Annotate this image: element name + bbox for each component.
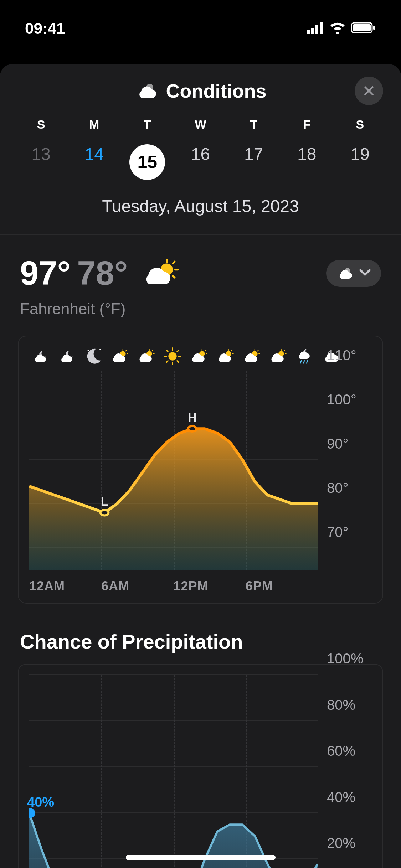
unit-label: Fahrenheit (°F): [0, 300, 401, 329]
status-time: 09:41: [25, 20, 65, 37]
day-16[interactable]: W16: [177, 118, 223, 180]
summary-weather-icon: [140, 254, 179, 293]
y-tick: 90°: [327, 436, 349, 452]
y-tick: 40%: [327, 789, 355, 805]
day-letter: S: [356, 118, 364, 131]
svg-line-12: [173, 276, 175, 278]
svg-point-53: [188, 426, 196, 432]
svg-line-50: [303, 361, 304, 363]
status-icons: [307, 20, 376, 37]
svg-line-48: [284, 350, 285, 351]
wifi-icon: [329, 20, 346, 37]
signal-icon: [307, 20, 324, 37]
day-letter: S: [37, 118, 45, 131]
svg-line-29: [167, 351, 168, 352]
day-13[interactable]: S13: [18, 118, 64, 180]
clear-night-icon: [83, 346, 103, 366]
day-letter: W: [195, 118, 206, 131]
svg-rect-3: [320, 22, 323, 34]
svg-point-24: [168, 352, 176, 360]
day-17[interactable]: T17: [231, 118, 277, 180]
day-19[interactable]: S19: [337, 118, 383, 180]
marker-high: H: [188, 410, 197, 424]
y-tick: 100%: [327, 651, 363, 667]
day-letter: T: [144, 118, 151, 131]
day-number: 18: [297, 144, 316, 164]
battery-icon: [351, 20, 376, 37]
page-title: Conditions: [166, 80, 267, 102]
status-bar: 09:41: [0, 0, 401, 46]
day-number: 17: [244, 144, 263, 164]
svg-line-51: [307, 361, 308, 363]
svg-point-52: [101, 510, 109, 516]
partly-sunny-icon: [268, 346, 288, 366]
low-temp: 78°: [77, 254, 128, 293]
marker-low: L: [101, 495, 108, 508]
svg-rect-6: [373, 26, 375, 30]
svg-line-40: [231, 350, 232, 351]
chevron-down-icon: [359, 268, 371, 278]
y-tick: 60%: [327, 743, 355, 759]
day-letter: T: [250, 118, 257, 131]
svg-line-32: [177, 351, 179, 352]
x-tick: 12PM: [174, 579, 209, 594]
day-number: 19: [350, 144, 369, 164]
temperature-chart-card: 12AM6AM12PM6PMLH 70°80°90°100°110°: [18, 336, 383, 604]
partly-sunny-icon: [136, 346, 156, 366]
day-15[interactable]: T15: [124, 118, 170, 180]
sheet-header: Conditions: [0, 64, 401, 118]
svg-line-30: [177, 361, 179, 362]
full-date: Tuesday, August 15, 2023: [0, 196, 401, 235]
summary-row: 97°78°: [0, 235, 401, 300]
condition-picker[interactable]: [326, 260, 381, 287]
svg-rect-1: [311, 28, 314, 34]
partly-sunny-icon: [189, 346, 209, 366]
day-18[interactable]: F18: [284, 118, 330, 180]
x-tick: 6PM: [246, 579, 273, 594]
svg-line-44: [258, 350, 258, 351]
svg-line-36: [205, 350, 206, 351]
day-letter: F: [303, 118, 310, 131]
x-tick: 6AM: [101, 579, 129, 594]
partly-cloudy-night-rain-icon: [294, 346, 314, 366]
home-indicator[interactable]: [126, 855, 276, 860]
cloud-icon: [336, 266, 353, 280]
y-tick: 20%: [327, 835, 355, 851]
conditions-sheet: Conditions S13M14T15W16T17F18S19 Tuesday…: [0, 64, 401, 868]
precip-chart-card: 12AM6AM12PM6PM40% 0%20%40%60%80%100%: [18, 664, 383, 868]
svg-rect-5: [353, 24, 371, 31]
y-tick: 110°: [327, 347, 356, 363]
day-number: 15: [129, 144, 165, 180]
day-number: 14: [84, 144, 103, 164]
partly-cloudy-night-icon: [57, 346, 77, 366]
svg-line-19: [126, 350, 127, 351]
svg-line-49: [300, 361, 302, 363]
svg-rect-0: [307, 30, 310, 34]
day-number: 16: [191, 144, 210, 164]
y-tick: 80%: [327, 697, 355, 713]
high-temp: 97°: [20, 254, 71, 293]
partly-cloudy-night-icon: [31, 346, 51, 366]
y-tick: 80°: [327, 480, 349, 496]
close-button[interactable]: [355, 77, 383, 105]
precip-chart[interactable]: 12AM6AM12PM6PM40% 0%20%40%60%80%100%: [29, 675, 372, 868]
day-number: 13: [31, 144, 50, 164]
day-picker: S13M14T15W16T17F18S19: [0, 118, 401, 180]
partly-sunny-icon: [110, 346, 130, 366]
day-letter: M: [89, 118, 99, 131]
x-tick: 12AM: [29, 579, 65, 594]
svg-point-15: [99, 349, 101, 351]
day-14[interactable]: M14: [71, 118, 117, 180]
y-tick: 100°: [327, 392, 356, 408]
svg-point-54: [29, 809, 34, 817]
svg-line-11: [173, 262, 175, 263]
temperature-chart[interactable]: 12AM6AM12PM6PMLH 70°80°90°100°110°: [29, 371, 372, 596]
svg-point-14: [88, 350, 89, 351]
y-tick: 70°: [327, 524, 349, 540]
partly-sunny-icon: [215, 346, 235, 366]
svg-line-23: [152, 350, 153, 351]
cloud-icon: [135, 79, 158, 102]
svg-rect-2: [315, 25, 318, 34]
partly-sunny-icon: [242, 346, 262, 366]
precip-start-label: 40%: [27, 795, 54, 810]
